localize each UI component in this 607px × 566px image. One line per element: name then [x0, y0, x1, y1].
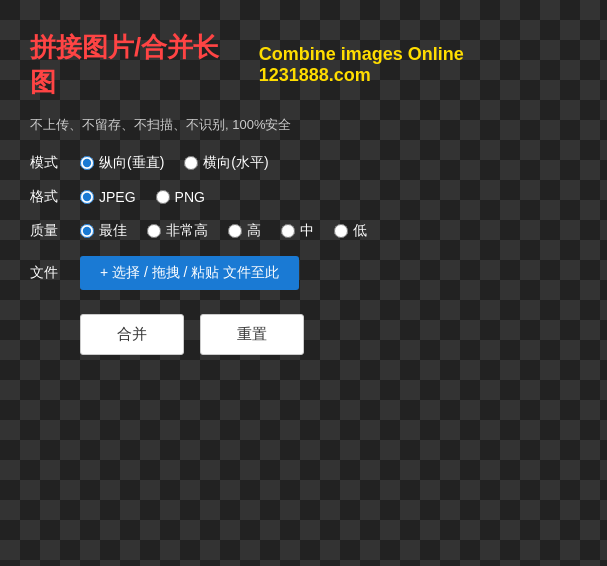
format-radio-group: JPEG PNG	[80, 189, 205, 205]
mode-vertical[interactable]: 纵向(垂直)	[80, 154, 164, 172]
quality-very-high-input[interactable]	[147, 224, 161, 238]
file-section: 文件 + 选择 / 拖拽 / 粘贴 文件至此	[30, 256, 577, 290]
mode-horizontal-input[interactable]	[184, 156, 198, 170]
action-row: 合并 重置	[80, 314, 577, 355]
file-label: 文件	[30, 264, 80, 282]
reset-button[interactable]: 重置	[200, 314, 304, 355]
file-upload-button[interactable]: + 选择 / 拖拽 / 粘贴 文件至此	[80, 256, 299, 290]
mode-row: 模式 纵向(垂直) 横向(水平)	[30, 154, 577, 172]
mode-vertical-label: 纵向(垂直)	[99, 154, 164, 172]
quality-best-label: 最佳	[99, 222, 127, 240]
format-jpeg-input[interactable]	[80, 190, 94, 204]
quality-medium-input[interactable]	[281, 224, 295, 238]
mode-label: 模式	[30, 154, 80, 172]
format-jpeg[interactable]: JPEG	[80, 189, 136, 205]
format-label: 格式	[30, 188, 80, 206]
quality-best-input[interactable]	[80, 224, 94, 238]
mode-radio-group: 纵向(垂直) 横向(水平)	[80, 154, 269, 172]
quality-best[interactable]: 最佳	[80, 222, 127, 240]
quality-low[interactable]: 低	[334, 222, 367, 240]
format-png[interactable]: PNG	[156, 189, 205, 205]
quality-medium-label: 中	[300, 222, 314, 240]
quality-radio-group: 最佳 非常高 高 中 低	[80, 222, 367, 240]
quality-low-label: 低	[353, 222, 367, 240]
quality-low-input[interactable]	[334, 224, 348, 238]
format-jpeg-label: JPEG	[99, 189, 136, 205]
quality-very-high-label: 非常高	[166, 222, 208, 240]
mode-horizontal[interactable]: 横向(水平)	[184, 154, 268, 172]
quality-high-input[interactable]	[228, 224, 242, 238]
merge-button[interactable]: 合并	[80, 314, 184, 355]
format-png-label: PNG	[175, 189, 205, 205]
quality-high[interactable]: 高	[228, 222, 261, 240]
subtitle-text: 不上传、不留存、不扫描、不识别, 100%安全	[30, 116, 577, 134]
format-row: 格式 JPEG PNG	[30, 188, 577, 206]
quality-medium[interactable]: 中	[281, 222, 314, 240]
page-title-main: 拼接图片/合并长图	[30, 30, 243, 100]
page-title-sub: Combine images Online 1231888.com	[259, 44, 577, 86]
format-png-input[interactable]	[156, 190, 170, 204]
mode-horizontal-label: 横向(水平)	[203, 154, 268, 172]
mode-vertical-input[interactable]	[80, 156, 94, 170]
quality-label: 质量	[30, 222, 80, 240]
quality-row: 质量 最佳 非常高 高 中 低	[30, 222, 577, 240]
quality-high-label: 高	[247, 222, 261, 240]
title-row: 拼接图片/合并长图 Combine images Online 1231888.…	[30, 30, 577, 100]
quality-very-high[interactable]: 非常高	[147, 222, 208, 240]
